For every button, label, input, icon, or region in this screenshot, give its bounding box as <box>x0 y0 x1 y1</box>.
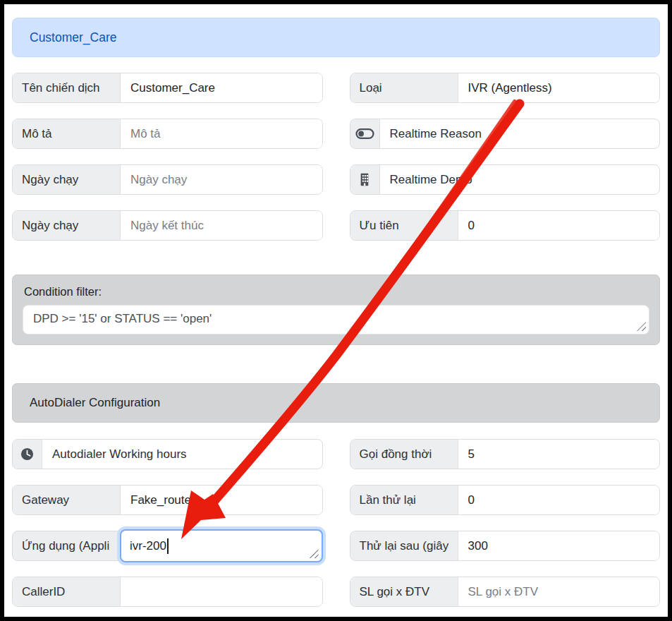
field-application: Ứng dụng (Appli ivr-200 <box>12 531 323 561</box>
autodialer-section-header: AutoDialer Configuration <box>12 383 660 423</box>
toggle-icon <box>350 119 380 148</box>
calls-per-agent-input[interactable] <box>458 577 660 606</box>
realtime-demo-value: Realtime Demo <box>380 165 660 194</box>
field-calls-per-agent: SL gọi x ĐTV <box>350 577 661 607</box>
text-cursor <box>167 538 169 554</box>
field-end-date: Ngày chạy <box>12 210 323 241</box>
gateway-input[interactable] <box>121 486 322 514</box>
condition-filter-textarea[interactable]: DPD >= '15' or STATUS == 'open' <box>23 305 649 334</box>
caller-id-label: CallerID <box>13 577 121 606</box>
condition-filter-label: Condition filter: <box>24 285 649 299</box>
campaign-header: Customer_Care <box>12 18 660 57</box>
form-row: Autodialer Working hours Gọi đồng thời <box>12 439 660 469</box>
form-row: Ngày chạy <box>12 164 660 195</box>
field-start-date: Ngày chạy <box>12 164 323 195</box>
type-label: Loại <box>350 73 458 102</box>
field-retry-times: Lần thử lại <box>350 485 661 515</box>
campaign-title: Customer_Care <box>30 30 117 45</box>
retry-after-input[interactable] <box>458 531 660 560</box>
caller-id-input[interactable] <box>121 577 322 606</box>
field-description: Mô tả <box>12 119 323 149</box>
retry-times-label: Lần thử lại <box>350 486 458 514</box>
end-date-input[interactable] <box>121 211 322 240</box>
form-row: CallerID SL gọi x ĐTV <box>12 577 660 607</box>
application-textarea[interactable]: ivr-200 <box>120 529 323 562</box>
form-row: Mô tả Realtime Reason <box>12 119 660 149</box>
field-concurrent-calls: Gọi đồng thời <box>350 439 661 469</box>
field-type: Loại <box>350 73 661 103</box>
application-label: Ứng dụng (Appli <box>12 531 120 561</box>
resize-handle[interactable] <box>637 322 646 331</box>
start-date-input[interactable] <box>121 165 322 194</box>
field-caller-id: CallerID <box>12 577 323 607</box>
field-realtime-reason[interactable]: Realtime Reason <box>350 119 661 149</box>
application-value: ivr-200 <box>130 539 166 553</box>
end-date-label: Ngày chạy <box>13 211 121 240</box>
clock-icon <box>13 440 42 469</box>
form-row: Ngày chạy Ưu tiên <box>12 210 660 241</box>
priority-label: Ưu tiên <box>350 211 458 240</box>
priority-input[interactable] <box>458 211 660 240</box>
page-frame: Customer_Care Tên chiến dịch Loại Mô <box>0 0 672 621</box>
working-hours-value: Autodialer Working hours <box>42 440 322 469</box>
field-working-hours[interactable]: Autodialer Working hours <box>12 439 323 469</box>
description-label: Mô tả <box>13 119 121 148</box>
field-campaign-name: Tên chiến dịch <box>12 73 323 103</box>
type-input[interactable] <box>458 73 660 102</box>
concurrent-calls-input[interactable] <box>458 440 660 469</box>
field-realtime-demo[interactable]: Realtime Demo <box>350 164 661 195</box>
building-icon <box>350 165 380 194</box>
gateway-label: Gateway <box>13 486 121 514</box>
condition-filter-value: DPD >= '15' or STATUS == 'open' <box>33 312 212 325</box>
campaign-name-input[interactable] <box>121 73 322 102</box>
autodialer-section-title: AutoDialer Configuration <box>30 396 160 410</box>
field-priority: Ưu tiên <box>350 210 661 241</box>
concurrent-calls-label: Gọi đồng thời <box>350 440 458 469</box>
description-input[interactable] <box>121 119 322 148</box>
campaign-name-label: Tên chiến dịch <box>13 73 121 102</box>
retry-times-input[interactable] <box>458 486 660 514</box>
field-retry-after: Thử lại sau (giây <box>350 531 661 561</box>
resize-handle[interactable] <box>310 549 319 558</box>
form-row: Tên chiến dịch Loại <box>12 73 660 103</box>
campaign-form: Customer_Care Tên chiến dịch Loại Mô <box>4 4 668 617</box>
field-gateway: Gateway <box>12 485 323 515</box>
realtime-reason-value: Realtime Reason <box>380 119 660 148</box>
start-date-label: Ngày chạy <box>13 165 121 194</box>
retry-after-label: Thử lại sau (giây <box>350 531 458 560</box>
form-row: Ứng dụng (Appli ivr-200 Thử lại sau (giâ… <box>12 531 660 561</box>
calls-per-agent-label: SL gọi x ĐTV <box>350 577 458 606</box>
form-row: Gateway Lần thử lại <box>12 485 660 515</box>
condition-filter-panel: Condition filter: DPD >= '15' or STATUS … <box>12 275 660 345</box>
